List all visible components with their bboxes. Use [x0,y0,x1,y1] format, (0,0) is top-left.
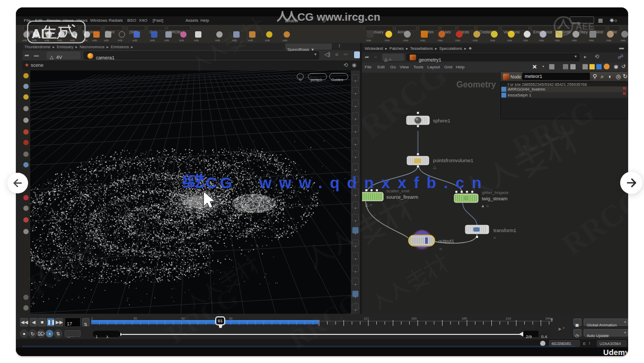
svg-text:CG: CG [206,174,235,191]
svg-text:AI: AI [31,26,45,41]
svg-text:sphere1: sphere1 [433,118,451,123]
svg-text:CG www.ircg.cn: CG www.ircg.cn [297,11,380,23]
svg-text:www.qdnxxfb.cn: www.qdnxxfb.cn [259,174,489,191]
svg-text:twig_stream: twig_stream [482,196,508,201]
svg-text:RRCG: RRCG [362,73,454,147]
svg-text:△: △ [433,165,437,170]
svg-text:source_firearm: source_firearm [386,194,418,200]
svg-text:AEE: AEE [576,22,594,32]
svg-text:pointsfromvolume1: pointsfromvolume1 [433,158,473,163]
svg-text:RRCG: RRCG [556,182,628,262]
svg-text:▲ ○: ▲ ○ [481,203,489,208]
svg-text:output1: output1 [438,238,454,244]
svg-text:○: ○ [439,246,442,251]
svg-text:○: ○ [493,235,496,240]
svg-text:transform1: transform1 [493,228,516,233]
svg-text:Geometry: Geometry [456,80,496,89]
svg-text:△ ○: △ ○ [365,202,372,207]
